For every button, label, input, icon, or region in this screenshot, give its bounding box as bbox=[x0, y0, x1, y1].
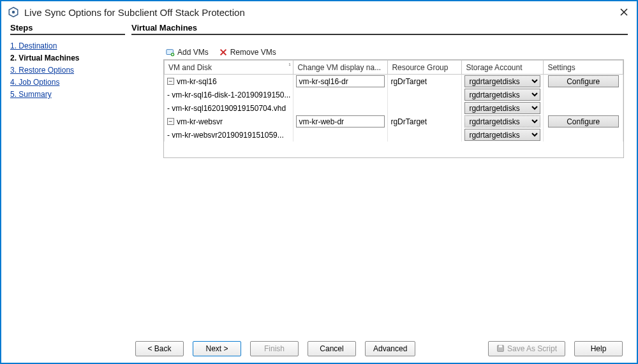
help-button[interactable]: Help bbox=[574, 341, 623, 356]
resource-group-cell: rgDrTarget bbox=[388, 75, 462, 89]
collapse-icon[interactable]: − bbox=[167, 78, 174, 85]
storage-account-select[interactable]: rgdrtargetdisks bbox=[464, 115, 540, 127]
steps-heading: Steps bbox=[10, 23, 125, 35]
remove-vms-icon bbox=[219, 48, 228, 57]
step-destination[interactable]: 1. Destination bbox=[10, 41, 57, 50]
configure-button[interactable]: Configure bbox=[548, 115, 619, 127]
window-title: Live Sync Options for Subclient Off Stac… bbox=[24, 7, 618, 18]
column-resource-group[interactable]: Resource Group bbox=[388, 61, 462, 75]
remove-vms-button[interactable]: Remove VMs bbox=[219, 48, 276, 57]
resource-group-cell: rgDrTarget bbox=[388, 115, 462, 128]
storage-account-select[interactable]: rgdrtargetdisks bbox=[464, 102, 540, 114]
main-content: Add VMs Remove VMs VM and D bbox=[131, 48, 628, 332]
step-summary[interactable]: 5. Summary bbox=[10, 90, 52, 99]
advanced-button[interactable]: Advanced bbox=[365, 341, 415, 356]
table-row: −vm-kr-websvr rgDrTarget rgdrtargetdisks… bbox=[165, 115, 623, 128]
back-button[interactable]: < Back bbox=[135, 341, 184, 356]
add-vms-icon bbox=[166, 48, 175, 57]
table-row: - vm-kr-websvr20190919151059... rgdrtarg… bbox=[165, 128, 623, 142]
titlebar: Live Sync Options for Subclient Off Stac… bbox=[1, 1, 637, 23]
steps-list: 1. Destination 2. Virtual Machines 3. Re… bbox=[10, 41, 125, 99]
dialog-window: Live Sync Options for Subclient Off Stac… bbox=[0, 0, 638, 364]
close-icon bbox=[619, 8, 628, 17]
svg-rect-11 bbox=[499, 346, 502, 347]
table-row: - vm-kr-sql16-disk-1-20190919150... rgdr… bbox=[165, 88, 623, 101]
next-button[interactable]: Next > bbox=[193, 341, 241, 356]
disk-name: - vm-kr-sql16-disk-1-20190919150... bbox=[165, 88, 293, 101]
disk-name: - vm-kr-websvr20190919151059... bbox=[165, 128, 293, 142]
add-vms-button[interactable]: Add VMs bbox=[166, 48, 209, 57]
table-row: −vm-kr-sql16 rgDrTarget rgdrtargetdisks … bbox=[165, 75, 623, 89]
vm-grid: VM and Disk Change VM display na... Reso… bbox=[163, 59, 624, 158]
main-pane: Virtual Machines Add VMs Remove VMs bbox=[131, 23, 628, 332]
column-vm-and-disk[interactable]: VM and Disk bbox=[165, 61, 293, 75]
column-storage-account[interactable]: Storage Account bbox=[462, 61, 544, 75]
remove-vms-label: Remove VMs bbox=[230, 48, 276, 57]
column-settings[interactable]: Settings bbox=[544, 61, 623, 75]
vm-name: vm-kr-websvr bbox=[177, 117, 223, 126]
storage-account-select[interactable]: rgdrtargetdisks bbox=[464, 129, 540, 141]
step-job-options[interactable]: 4. Job Options bbox=[10, 78, 59, 87]
vm-display-name-input[interactable] bbox=[296, 115, 385, 127]
disk-name: - vm-kr-sql1620190919150704.vhd bbox=[165, 101, 293, 115]
table-row: - vm-kr-sql1620190919150704.vhd rgdrtarg… bbox=[165, 101, 623, 115]
svg-point-1 bbox=[12, 11, 15, 14]
footer: < Back Next > Finish Cancel Advanced Sav… bbox=[1, 335, 637, 363]
app-icon bbox=[8, 6, 19, 18]
configure-button[interactable]: Configure bbox=[548, 75, 619, 87]
finish-button: Finish bbox=[250, 341, 299, 356]
save-as-script-button: Save As Script bbox=[488, 341, 565, 356]
storage-account-select[interactable]: rgdrtargetdisks bbox=[464, 75, 540, 87]
body: Steps 1. Destination 2. Virtual Machines… bbox=[1, 23, 637, 335]
vm-name: vm-kr-sql16 bbox=[177, 77, 217, 86]
step-virtual-machines: 2. Virtual Machines bbox=[10, 54, 80, 62]
column-change-display-name[interactable]: Change VM display na... bbox=[293, 61, 388, 75]
steps-pane: Steps 1. Destination 2. Virtual Machines… bbox=[10, 23, 131, 332]
cancel-button[interactable]: Cancel bbox=[308, 341, 356, 356]
close-button[interactable] bbox=[618, 8, 630, 17]
toolbar: Add VMs Remove VMs bbox=[163, 48, 624, 57]
save-icon bbox=[496, 344, 505, 353]
add-vms-label: Add VMs bbox=[177, 48, 209, 57]
main-heading: Virtual Machines bbox=[131, 23, 628, 35]
step-restore-options[interactable]: 3. Restore Options bbox=[10, 66, 74, 75]
collapse-icon[interactable]: − bbox=[167, 118, 174, 125]
storage-account-select[interactable]: rgdrtargetdisks bbox=[464, 89, 540, 101]
vm-display-name-input[interactable] bbox=[296, 75, 385, 87]
